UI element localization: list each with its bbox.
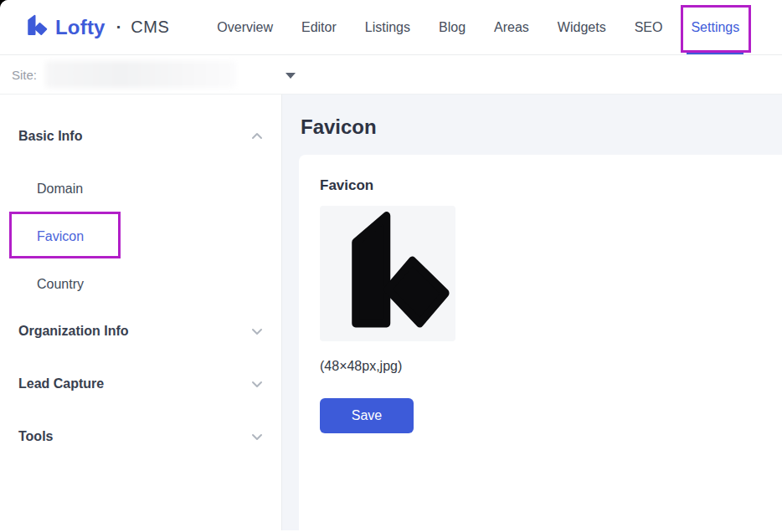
brand-product: CMS [131, 18, 169, 37]
favicon-section-label: Favicon [320, 177, 761, 194]
nav-item-seo[interactable]: SEO [620, 0, 677, 54]
page-title: Favicon [301, 115, 782, 139]
site-name-redacted[interactable] [45, 61, 236, 88]
section-label: Basic Info [18, 129, 82, 144]
sidebar-item-favicon[interactable]: Favicon [0, 212, 281, 260]
brand[interactable]: Lofty · CMS [25, 14, 169, 40]
sidebar-item-label: Domain [37, 182, 83, 197]
content-row: Basic Info Domain Favicon Country Organi… [0, 95, 782, 530]
favicon-card: Favicon (48×48px,jpg) Save [299, 155, 782, 530]
nav-item-settings[interactable]: Settings [677, 0, 754, 54]
basic-info-items: Domain Favicon Country [0, 165, 281, 308]
lofty-favicon-image [337, 207, 453, 333]
sidebar-section-organization-info[interactable]: Organization Info [0, 316, 281, 346]
nav-item-areas[interactable]: Areas [480, 0, 543, 54]
nav-item-editor[interactable]: Editor [287, 0, 351, 54]
nav-item-blog[interactable]: Blog [424, 0, 480, 54]
main-nav: Overview Editor Listings Blog Areas Widg… [203, 0, 754, 54]
caret-down-icon[interactable] [286, 73, 296, 79]
main-panel: Favicon Favicon (48×48px,jpg) Save [282, 95, 782, 530]
sidebar-item-label: Favicon [37, 229, 84, 244]
brand-separator: · [116, 18, 122, 37]
favicon-preview[interactable] [320, 206, 455, 341]
sidebar-item-label: Country [37, 277, 84, 292]
section-label: Organization Info [18, 324, 129, 339]
page: Lofty · CMS Overview Editor Listings Blo… [0, 0, 782, 532]
nav-item-widgets[interactable]: Widgets [543, 0, 620, 54]
chevron-up-icon [251, 130, 263, 142]
chevron-down-icon [251, 325, 263, 337]
site-label: Site: [12, 68, 37, 82]
section-label: Lead Capture [18, 376, 104, 391]
top-nav: Lofty · CMS Overview Editor Listings Blo… [0, 0, 782, 55]
site-selector-bar: Site: [0, 55, 782, 95]
chevron-down-icon [251, 431, 263, 442]
favicon-size-caption: (48×48px,jpg) [320, 359, 761, 374]
sidebar-section-tools[interactable]: Tools [0, 422, 281, 452]
sidebar-item-domain[interactable]: Domain [0, 165, 281, 212]
chevron-down-icon [251, 378, 263, 390]
sidebar-item-country[interactable]: Country [0, 260, 281, 308]
sidebar-section-basic-info[interactable]: Basic Info [0, 121, 281, 151]
sidebar-section-lead-capture[interactable]: Lead Capture [0, 369, 281, 399]
section-label: Tools [18, 429, 53, 444]
settings-sidebar: Basic Info Domain Favicon Country Organi… [0, 95, 282, 530]
lofty-logo-icon [25, 14, 48, 40]
nav-item-overview[interactable]: Overview [203, 0, 287, 54]
save-button[interactable]: Save [320, 398, 414, 433]
brand-name: Lofty [55, 16, 105, 39]
nav-item-listings[interactable]: Listings [351, 0, 424, 54]
